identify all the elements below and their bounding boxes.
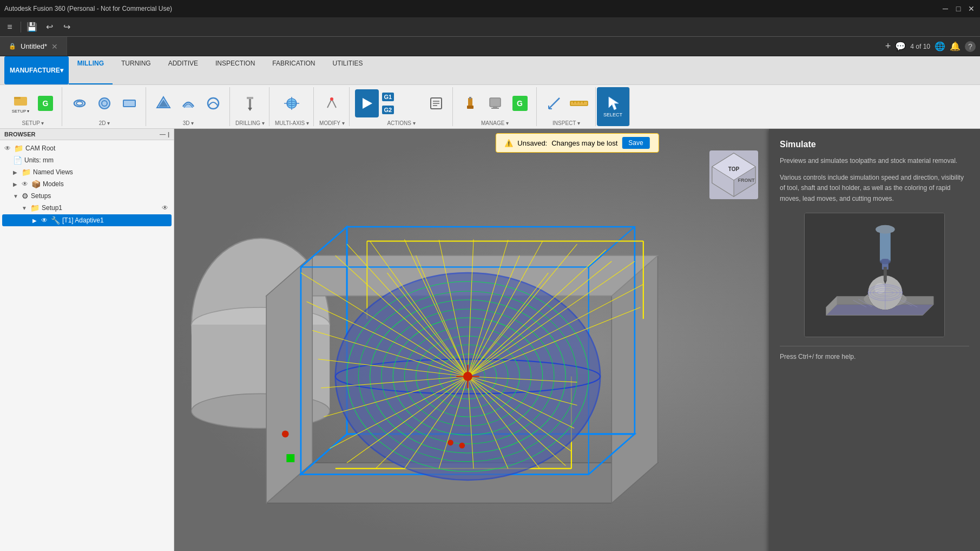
setup-folder-btn[interactable]: SETUP ▾ (9, 89, 32, 117)
expand-arrow[interactable]: ▼ (13, 193, 19, 199)
browser-expand-btn[interactable]: | (168, 131, 169, 137)
2d-items (68, 87, 141, 119)
folder-icon: 📁 (14, 144, 23, 153)
nc-program-btn[interactable]: G (34, 89, 57, 117)
chat-icon[interactable]: 💬 (895, 41, 906, 51)
tree-item-adaptive1[interactable]: ▶ 👁 🔧 [T1] Adaptive1 (2, 214, 172, 226)
named-views-icon: 📁 (22, 168, 31, 176)
tree-item-cam-root[interactable]: 👁 📁 CAM Root (0, 142, 174, 154)
viewcube[interactable]: TOP FRONT (709, 150, 758, 199)
simulate-preview-image (804, 213, 945, 337)
inspect-label: INSPECT ▾ (553, 120, 580, 126)
viewport[interactable]: ⚠️ Unsaved: Changes may be lost Save TOP… (174, 129, 980, 551)
inspect-ruler-btn[interactable] (567, 89, 591, 117)
setup-label: SETUP ▾ (22, 120, 44, 126)
tab-actions: + 💬 4 of 10 🌐 🔔 ? (881, 37, 980, 56)
drilling-label: DRILLING ▾ (235, 120, 265, 126)
ribbon-group-multiaxis: MULTI-AXIS ▾ (271, 87, 314, 126)
tree-item-units[interactable]: 📄 Units: mm (0, 154, 174, 166)
warning-icon: ⚠️ (504, 139, 513, 147)
manufacture-dropdown[interactable]: MANUFACTURE ▾ (4, 56, 69, 84)
multiaxis-items (280, 87, 304, 119)
notification-bar: ⚠️ Unsaved: Changes may be lost Save (495, 133, 659, 153)
expand-arrow[interactable]: ▶ (32, 218, 39, 224)
named-views-label: Named Views (33, 168, 73, 176)
expand-arrow[interactable]: ▼ (22, 205, 28, 211)
svg-point-111 (282, 430, 289, 437)
undo-button[interactable]: ↩ (42, 19, 57, 35)
active-tab[interactable]: 🔒 Untitled* ✕ (0, 37, 67, 56)
redo-button[interactable]: ↪ (59, 19, 74, 35)
modify-items (320, 87, 344, 119)
post-process-btn[interactable] (424, 89, 448, 117)
svg-marker-18 (363, 98, 372, 109)
simulate-btn[interactable] (355, 89, 379, 117)
svg-point-17 (330, 97, 333, 101)
close-button[interactable]: ✕ (967, 4, 976, 13)
3d-pocket-btn[interactable] (176, 89, 200, 117)
3d-contour-btn[interactable] (201, 89, 225, 117)
expand-arrow[interactable]: ▶ (13, 181, 19, 187)
visibility-icon[interactable]: 👁 (22, 180, 28, 188)
ribbon-tab-milling[interactable]: MILLING (69, 56, 113, 84)
help-text: Press Ctrl+/ for more help. (780, 346, 969, 360)
simulate-title: Simulate (780, 140, 969, 149)
globe-icon[interactable]: 🌐 (935, 41, 945, 51)
tab-bar: 🔒 Untitled* ✕ + 💬 4 of 10 🌐 🔔 ? (0, 37, 980, 56)
tree-item-setup1[interactable]: ▼ 📁 Setup1 👁 (0, 202, 174, 214)
modify-btn[interactable] (320, 89, 344, 117)
bell-icon[interactable]: 🔔 (950, 41, 961, 51)
2d-face-btn[interactable] (117, 89, 141, 117)
2d-pocket-btn[interactable] (93, 89, 116, 117)
cam-docs-btn[interactable]: G (508, 89, 532, 117)
ribbon-group-setup: SETUP ▾ G SETUP ▾ (4, 87, 62, 126)
browser-header: BROWSER — | (0, 129, 174, 140)
2d-contour-btn[interactable] (68, 89, 91, 117)
g1-btn[interactable]: G1 (380, 90, 423, 103)
minimize-button[interactable]: ─ (941, 4, 950, 13)
add-tab-button[interactable]: + (885, 41, 891, 52)
ribbon-tab-turning[interactable]: TURNING (113, 56, 160, 84)
tree-item-named-views[interactable]: ▶ 📁 Named Views (0, 166, 174, 178)
menu-button[interactable]: ≡ (2, 19, 17, 35)
ribbon-tab-additive[interactable]: ADDITIVE (160, 56, 207, 84)
toolbar-separator (21, 22, 21, 32)
visibility-icon[interactable]: 👁 (4, 145, 11, 152)
g2-btn[interactable]: G2 (380, 103, 423, 116)
tool-library-btn[interactable] (458, 89, 482, 117)
ribbon-tab-inspection[interactable]: INSPECTION (207, 56, 264, 84)
svg-rect-110 (286, 454, 294, 462)
ribbon-tab-utilities[interactable]: UTILITIES (324, 56, 371, 84)
2d-label: 2D ▾ (99, 120, 110, 126)
ribbon-tab-fabrication[interactable]: FABRICATION (264, 56, 324, 84)
3d-adaptive-btn[interactable] (152, 89, 175, 117)
svg-rect-6 (123, 100, 135, 107)
tab-title: Untitled* (21, 42, 47, 50)
machine-lib-btn[interactable] (483, 89, 507, 117)
visibility-icon[interactable]: 👁 (162, 204, 168, 212)
models-icon: 📦 (31, 180, 41, 188)
units-icon: 📄 (13, 156, 22, 165)
tree-item-setups[interactable]: ▼ ⚙ Setups (0, 190, 174, 202)
tab-close-icon[interactable]: ✕ (51, 42, 58, 51)
save-button[interactable]: 💾 (24, 19, 40, 35)
manage-label: MANAGE ▾ (481, 120, 509, 126)
expand-arrow[interactable]: ▶ (13, 169, 19, 175)
multiaxis-btn[interactable] (280, 89, 304, 117)
title-bar-controls: ─ □ ✕ (941, 4, 976, 13)
setup-items: SETUP ▾ G (9, 87, 57, 119)
svg-rect-1 (14, 97, 21, 99)
maximize-button[interactable]: □ (954, 4, 963, 13)
measure-btn[interactable] (542, 89, 566, 117)
visibility-icon[interactable]: 👁 (41, 217, 48, 224)
tree-item-models[interactable]: ▶ 👁 📦 Models (0, 178, 174, 190)
svg-rect-23 (468, 98, 472, 107)
save-button[interactable]: Save (622, 137, 649, 149)
setup1-icon: 📁 (30, 204, 40, 212)
help-icon[interactable]: ? (965, 41, 976, 52)
3d-label: 3D ▾ (183, 120, 194, 126)
svg-point-3 (76, 101, 83, 105)
drilling-btn[interactable] (238, 89, 262, 117)
browser-collapse-btn[interactable]: — (160, 131, 166, 137)
select-btn[interactable]: SELECT (601, 93, 625, 121)
